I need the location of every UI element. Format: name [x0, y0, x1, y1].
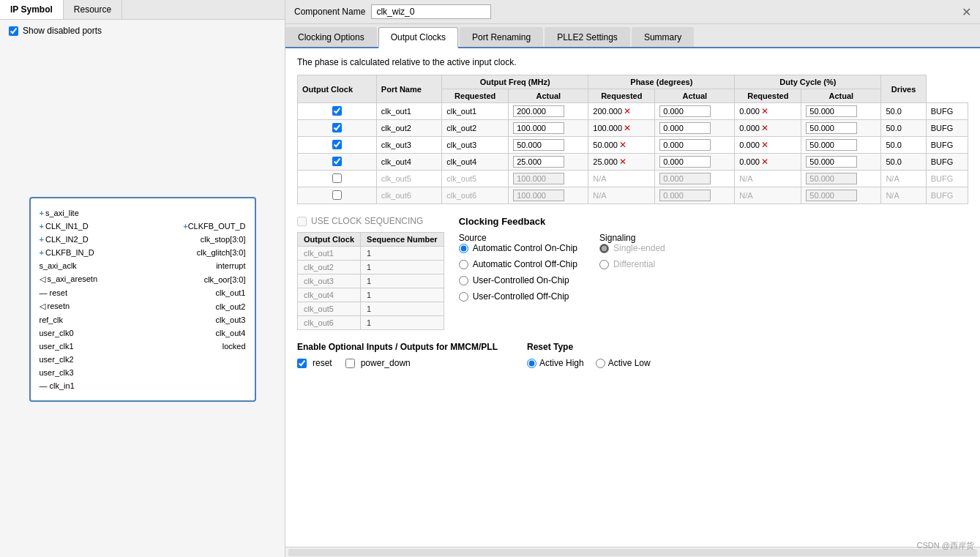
phase-req-4[interactable]: [655, 171, 735, 187]
phase-clear-1[interactable]: ✕: [761, 123, 768, 133]
radio-user-on-chip-label: User-Controlled On-Chip: [473, 275, 569, 285]
clock-name-3: clk_out4: [376, 154, 441, 171]
freq-req-5[interactable]: [509, 187, 588, 204]
seq-table: Output Clock Sequence Number clk_out11cl…: [297, 232, 444, 330]
port-user-clk1: user_clk1 locked: [37, 342, 249, 351]
duty-req-3[interactable]: [801, 154, 881, 171]
duty-req-input-3[interactable]: [806, 156, 857, 168]
phase-clear-3[interactable]: ✕: [761, 157, 768, 167]
th-phase: Phase (degrees): [588, 75, 735, 89]
freq-req-1[interactable]: [509, 120, 588, 137]
radio-single-ended-input[interactable]: [599, 244, 609, 253]
radio-auto-off-chip-input[interactable]: [459, 260, 468, 269]
power-down-checkbox[interactable]: [345, 359, 355, 368]
freq-req-input-0[interactable]: [513, 105, 564, 117]
phase-req-5[interactable]: [655, 187, 735, 204]
enable-inputs-row: reset power_down: [297, 358, 498, 368]
clock-row-checkbox-4[interactable]: [298, 171, 377, 187]
duty-req-input-0[interactable]: [806, 105, 857, 117]
clock-row-checkbox-2[interactable]: [298, 137, 377, 154]
phase-req-2[interactable]: [655, 137, 735, 154]
radio-user-off-chip-input[interactable]: [459, 292, 468, 302]
tab-port-renaming[interactable]: Port Renaming: [460, 27, 543, 47]
enable-section: Enable Optional Inputs / Outputs for MMC…: [297, 342, 968, 368]
port-clkfb-in-d: +CLKFB_IN_D clk_glitch[3:0]: [37, 248, 249, 257]
port-name-5: clk_out6: [442, 187, 509, 204]
phase-act-1: 0.000✕: [735, 120, 801, 137]
seq-clock-5: clk_out6: [298, 316, 361, 330]
duty-req-1[interactable]: [801, 120, 881, 137]
drives-4: BUFG: [926, 171, 968, 187]
use-clock-seq-checkbox[interactable]: [297, 217, 307, 226]
phase-clear-2[interactable]: ✕: [761, 140, 768, 150]
tab-resource[interactable]: Resource: [64, 0, 122, 19]
clock-row-checkbox-3[interactable]: [298, 154, 377, 171]
phase-req-1[interactable]: [655, 120, 735, 137]
freq-req-input-1[interactable]: [513, 122, 564, 134]
reset-checkbox[interactable]: [297, 359, 307, 368]
clock-row-checkbox-0[interactable]: [298, 103, 377, 120]
seq-num-2: 1: [361, 274, 444, 288]
tab-ip-symbol[interactable]: IP Symbol: [0, 0, 64, 19]
duty-req-4[interactable]: [801, 171, 881, 187]
freq-clear-2[interactable]: ✕: [619, 140, 626, 150]
phase-req-input-3[interactable]: [659, 156, 711, 168]
close-button[interactable]: ✕: [962, 5, 971, 19]
freq-req-input-2[interactable]: [513, 139, 564, 151]
drives-5: BUFG: [926, 187, 968, 204]
port-s-axi-aclk: s_axi_aclk interrupt: [37, 261, 249, 270]
radio-differential-input[interactable]: [599, 260, 609, 269]
tab-clocking-options[interactable]: Clocking Options: [285, 27, 377, 47]
tab-plle2-settings[interactable]: PLLE2 Settings: [545, 27, 630, 47]
freq-act-1: 100.000✕: [588, 120, 655, 137]
phase-act-5: N/A: [735, 187, 801, 204]
active-high-radio[interactable]: [527, 359, 536, 368]
power-down-label: power_down: [361, 358, 411, 368]
freq-req-4[interactable]: [509, 171, 588, 187]
phase-req-0[interactable]: [655, 103, 735, 120]
phase-clear-0[interactable]: ✕: [761, 106, 768, 116]
duty-req-5[interactable]: [801, 187, 881, 204]
duty-req-input-2[interactable]: [806, 139, 857, 151]
freq-req-0[interactable]: [509, 103, 588, 120]
freq-req-input-4: [513, 173, 564, 184]
radio-auto-on-chip-input[interactable]: [459, 244, 468, 253]
seq-section: USE CLOCK SEQUENCING Output Clock Sequen…: [297, 216, 444, 330]
clock-name-5: clk_out6: [376, 187, 441, 204]
tab-output-clocks[interactable]: Output Clocks: [378, 27, 458, 48]
freq-clear-3[interactable]: ✕: [619, 157, 626, 167]
duty-req-2[interactable]: [801, 137, 881, 154]
freq-req-input-5: [513, 190, 564, 201]
th-phase-act: Actual: [655, 89, 735, 103]
duty-req-input-1[interactable]: [806, 122, 857, 134]
phase-req-input-2[interactable]: [659, 139, 711, 151]
component-name-input[interactable]: [371, 4, 491, 19]
active-high-label: Active High: [539, 358, 584, 368]
feedback-section: Clocking Feedback Source Automatic Contr…: [459, 216, 968, 330]
reset-type-title: Reset Type: [527, 342, 651, 352]
port-user-clk2: user_clk2: [37, 355, 249, 364]
port-name-4: clk_out5: [442, 171, 509, 187]
freq-clear-0[interactable]: ✕: [624, 106, 631, 116]
th-duty-req: Requested: [735, 89, 801, 103]
component-name-label: Component Name: [294, 7, 365, 17]
freq-clear-1[interactable]: ✕: [624, 123, 631, 133]
clock-row-checkbox-1[interactable]: [298, 120, 377, 137]
freq-req-2[interactable]: [509, 137, 588, 154]
port-user-clk0: user_clk0 clk_out4: [37, 329, 249, 337]
clock-row-checkbox-5[interactable]: [298, 187, 377, 204]
freq-req-input-3[interactable]: [513, 156, 564, 168]
radio-user-on-chip-input[interactable]: [459, 276, 468, 285]
horizontal-scrollbar[interactable]: [285, 547, 980, 557]
phase-req-input-1[interactable]: [659, 122, 711, 134]
phase-req-input-0[interactable]: [659, 105, 711, 117]
radio-differential: Differential: [599, 259, 665, 269]
tab-summary[interactable]: Summary: [632, 27, 694, 47]
clock-name-1: clk_out2: [376, 120, 441, 137]
active-low-radio[interactable]: [596, 359, 605, 368]
show-disabled-checkbox[interactable]: [9, 26, 18, 36]
phase-req-input-4: [659, 173, 711, 184]
duty-req-0[interactable]: [801, 103, 881, 120]
freq-req-3[interactable]: [509, 154, 588, 171]
phase-req-3[interactable]: [655, 154, 735, 171]
